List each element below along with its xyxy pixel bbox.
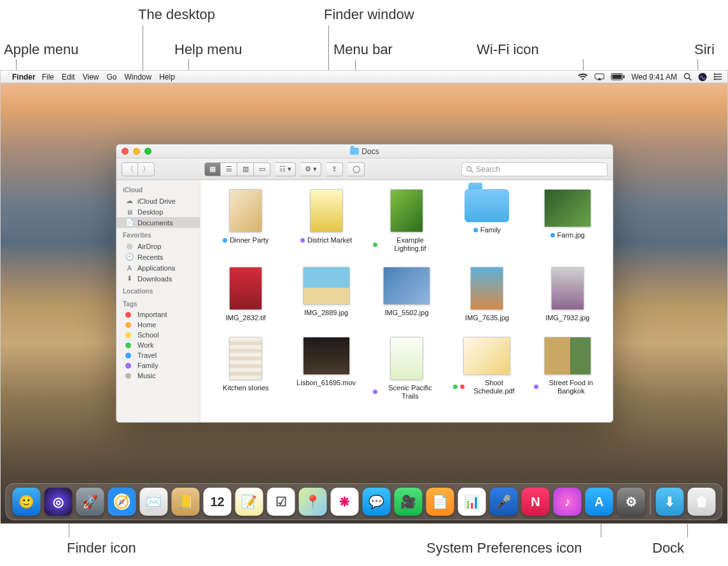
menu-window[interactable]: Window xyxy=(125,73,152,81)
sidebar-item-airdrop[interactable]: ◎AirDrop xyxy=(116,241,200,251)
file-item[interactable]: Kitchen stories xyxy=(212,337,279,400)
sidebar-item-applications[interactable]: AApplications xyxy=(116,262,200,273)
sidebar-item-recents[interactable]: 🕘Recents xyxy=(116,251,200,262)
back-button[interactable]: 〈 xyxy=(122,162,138,176)
spotlight-icon[interactable] xyxy=(683,73,692,81)
window-minimize-button[interactable] xyxy=(133,148,140,155)
battery-icon[interactable] xyxy=(611,73,625,80)
dock-app-launchpad[interactable]: 🚀 xyxy=(76,488,104,516)
sidebar-item-desktop[interactable]: 🖥Desktop xyxy=(116,206,200,217)
dock-stack-downloads[interactable]: ⬇︎ xyxy=(656,488,684,516)
dock-app-finder[interactable]: 🙂 xyxy=(13,488,41,516)
sidebar-item-home[interactable]: Home xyxy=(116,320,200,330)
airplay-icon[interactable] xyxy=(594,73,605,81)
desktop-area[interactable]: Finder File Edit View Go Window Help Wed… xyxy=(0,70,728,524)
dock-app-facetime[interactable]: 🎥 xyxy=(395,488,423,516)
wifi-icon[interactable] xyxy=(578,73,588,81)
dock-app-numbers[interactable]: 📊 xyxy=(458,488,486,516)
file-thumbnail xyxy=(544,337,591,375)
dock-app-calendar[interactable]: 12 xyxy=(204,488,232,516)
menu-view[interactable]: View xyxy=(83,73,99,81)
file-item[interactable]: IMG_7932.jpg xyxy=(534,267,601,322)
view-gallery-button[interactable]: ▭ xyxy=(254,162,270,176)
dock-app-mail[interactable]: ✉️ xyxy=(140,488,168,516)
arrange-button[interactable]: ☷ ▾ xyxy=(276,162,296,176)
finder-window[interactable]: Docs 〈 〉 ▦ ☰ ▥ ▭ ☷ ▾ ⚙︎ ▾ ⇪ ◯ xyxy=(116,144,613,423)
file-name: Family xyxy=(473,226,501,234)
dock-app-photos[interactable]: ❋ xyxy=(331,488,359,516)
file-item[interactable]: Farm.jpg xyxy=(534,189,601,253)
file-item[interactable]: Scenic Pacific Trails xyxy=(373,337,440,400)
dock-app-contacts[interactable]: 📒 xyxy=(172,488,200,516)
dock[interactable]: 🙂◎🚀🧭✉️📒12📝☑︎📍❋💬🎥📄📊🎤N♪A⚙︎⬇︎🗑 xyxy=(6,483,723,520)
file-item[interactable]: Dinner Party xyxy=(212,189,279,253)
window-zoom-button[interactable] xyxy=(144,148,151,155)
callout-syspref-icon: System Preferences icon xyxy=(426,540,582,556)
dock-app-notes[interactable]: 📝 xyxy=(235,488,263,516)
app-menu[interactable]: Finder xyxy=(12,73,36,81)
dock-app-siri[interactable]: ◎ xyxy=(45,488,73,516)
callout-menu-bar: Menu bar xyxy=(333,41,393,58)
file-item[interactable]: District Market xyxy=(292,189,360,253)
file-item[interactable]: Example Lighting.tif xyxy=(373,189,440,253)
dock-app-maps[interactable]: 📍 xyxy=(299,488,327,516)
dock-app-keynote[interactable]: 🎤 xyxy=(490,488,518,516)
dock-trash[interactable]: 🗑 xyxy=(688,488,716,516)
menu-help[interactable]: Help xyxy=(159,73,175,81)
dock-app-pages[interactable]: 📄 xyxy=(426,488,454,516)
sidebar-item-family[interactable]: Family xyxy=(116,360,200,371)
file-name: Scenic Pacific Trails xyxy=(373,384,440,400)
view-icons-button[interactable]: ▦ xyxy=(204,162,221,176)
file-item[interactable]: IMG_7635.jpg xyxy=(453,267,521,322)
sidebar-item-documents[interactable]: 📄Documents xyxy=(116,217,200,228)
siri-icon[interactable] xyxy=(698,73,707,81)
sidebar-item-music[interactable]: Music xyxy=(116,371,200,381)
finder-search-field[interactable]: Search xyxy=(461,162,608,176)
file-thumbnail xyxy=(229,189,262,232)
menu-clock[interactable]: Wed 9:41 AM xyxy=(631,73,677,81)
tags-button[interactable]: ◯ xyxy=(348,162,365,176)
notification-center-icon[interactable] xyxy=(713,73,722,80)
doc-icon: 📄 xyxy=(125,218,134,227)
view-list-button[interactable]: ☰ xyxy=(221,162,237,176)
sidebar-item-important[interactable]: Important xyxy=(116,309,200,320)
file-item[interactable]: Shoot Schedule.pdf xyxy=(453,337,521,400)
view-columns-button[interactable]: ▥ xyxy=(237,162,254,176)
sidebar-item-label: Applications xyxy=(137,264,175,272)
forward-button[interactable]: 〉 xyxy=(138,162,155,176)
menu-edit[interactable]: Edit xyxy=(62,73,75,81)
dock-app-app-store[interactable]: A xyxy=(585,488,613,516)
file-item[interactable]: IMG_5502.jpg xyxy=(373,267,440,322)
sidebar-section-tags: Tags xyxy=(116,297,200,309)
action-button[interactable]: ⚙︎ ▾ xyxy=(301,162,321,176)
file-name: Kitchen stories xyxy=(223,384,269,392)
dock-app-system-preferences[interactable]: ⚙︎ xyxy=(617,488,645,516)
file-name: Street Food in Bangkok xyxy=(534,379,601,395)
menu-go[interactable]: Go xyxy=(107,73,117,81)
sidebar-item-work[interactable]: Work xyxy=(116,340,200,350)
file-item[interactable]: IMG_2832.tif xyxy=(212,267,279,322)
file-name: Dinner Party xyxy=(223,236,269,244)
share-button[interactable]: ⇪ xyxy=(326,162,343,176)
sidebar-item-icloud-drive[interactable]: ☁︎iCloud Drive xyxy=(116,195,200,206)
finder-content[interactable]: Dinner PartyDistrict MarketExample Light… xyxy=(200,180,613,422)
sidebar-item-downloads[interactable]: ⬇︎Downloads xyxy=(116,273,200,284)
dock-app-messages[interactable]: 💬 xyxy=(363,488,391,516)
file-item[interactable]: Street Food in Bangkok xyxy=(534,337,601,400)
menu-file[interactable]: File xyxy=(42,73,54,81)
sidebar-item-travel[interactable]: Travel xyxy=(116,350,200,360)
file-thumbnail xyxy=(544,189,591,227)
finder-titlebar[interactable]: Docs xyxy=(116,145,613,159)
file-item[interactable]: IMG_2889.jpg xyxy=(292,267,360,322)
window-close-button[interactable] xyxy=(122,148,129,155)
dock-app-reminders[interactable]: ☑︎ xyxy=(267,488,295,516)
cloud-icon: ☁︎ xyxy=(125,197,134,205)
sidebar-item-school[interactable]: School xyxy=(116,330,200,340)
file-item[interactable]: Lisbon_61695.mov xyxy=(292,337,360,400)
svg-line-14 xyxy=(471,171,473,173)
sidebar-item-label: Music xyxy=(137,372,156,379)
dock-app-safari[interactable]: 🧭 xyxy=(108,488,136,516)
dock-app-news[interactable]: N xyxy=(522,488,550,516)
file-item[interactable]: Family xyxy=(453,189,521,253)
dock-app-itunes[interactable]: ♪ xyxy=(554,488,582,516)
